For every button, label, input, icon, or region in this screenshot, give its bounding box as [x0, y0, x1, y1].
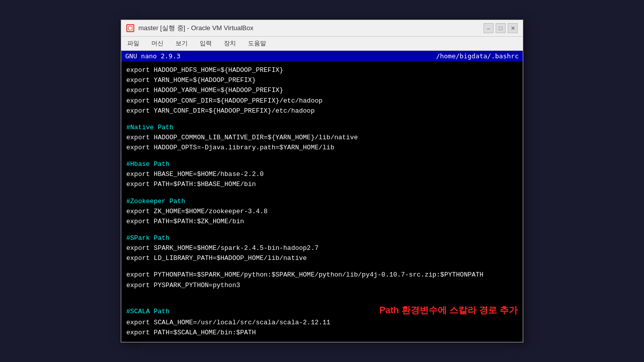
- window-title: master [실행 중] - Oracle VM VirtualBox: [138, 24, 254, 33]
- terminal-comment: #SPark Path: [126, 233, 518, 243]
- terminal-line: export ZK_HOME=$HOME/zookeeper-3.4.8: [126, 207, 518, 217]
- terminal-spacer: [126, 190, 518, 197]
- menu-input[interactable]: 입력: [198, 38, 214, 49]
- line-text: export PATH=$PATH:$ZK_HOME/bin: [126, 218, 244, 225]
- menu-machine[interactable]: 머신: [149, 38, 166, 49]
- comment-text: #Zookeeper Path: [126, 198, 185, 205]
- terminal-comment: #Hbase Path: [126, 159, 518, 169]
- terminal-line: export SCALA_HOME=/usr/local/src/scala/s…: [126, 318, 518, 328]
- terminal-line: export SPARK_HOME=$HOME/spark-2.4.5-bin-…: [126, 243, 518, 253]
- terminal-spacer: [126, 263, 518, 270]
- terminal-line: export HADOOP_YARN_HOME=${HADOOP_PREFIX}: [126, 85, 518, 96]
- menu-help[interactable]: 도움말: [246, 38, 268, 49]
- minimize-button[interactable]: –: [484, 23, 494, 33]
- close-button[interactable]: ✕: [508, 23, 518, 33]
- terminal-line: export PATH=$PATH:$HBASE_HOME/bin: [126, 179, 518, 190]
- terminal-comment-annotation: #SCALA Path Path 환경변수에 스칼라 경로 추가: [126, 304, 518, 318]
- line-text: export LD_LIBRARY_PATH=$HADOOP_HOME/lib/…: [126, 254, 307, 262]
- terminal-line: export HADOOP_HDFS_HOME=${HADOOP_PREFIX}: [126, 65, 518, 75]
- line-text: export YARN_CONF_DIR=${HADOOP_PREFIX}/et…: [126, 107, 314, 115]
- line-text: export HADOOP_OPTS=-Djava.library.path=$…: [126, 144, 334, 151]
- menu-file[interactable]: 파일: [125, 38, 141, 49]
- terminal-line: export PATH=$SCALA_HOME/bin:$PATH: [126, 328, 518, 338]
- terminal-line: export YARN_CONF_DIR=${HADOOP_PREFIX}/et…: [126, 106, 518, 116]
- line-text: export ZK_HOME=$HOME/zookeeper-3.4.8: [126, 208, 268, 215]
- line-text: export SPARK_HOME=$HOME/spark-2.4.5-bin-…: [126, 244, 318, 252]
- comment-text: #Native Path: [126, 124, 174, 131]
- terminal-line: export LD_LIBRARY_PATH=$HADOOP_HOME/lib/…: [126, 253, 518, 263]
- terminal-spacer: [126, 291, 518, 297]
- line-text: export SCALA_HOME=/usr/local/src/scala/s…: [126, 319, 331, 326]
- menu-view[interactable]: 보기: [174, 38, 190, 49]
- terminal-line: export PATH=$PATH:$ZK_HOME/bin: [126, 217, 518, 227]
- menu-devices[interactable]: 장치: [222, 38, 238, 49]
- scala-comment: #SCALA Path: [126, 307, 170, 317]
- terminal-line: export HADOOP_COMMON_LIB_NATIVE_DIR=${YA…: [126, 133, 518, 143]
- comment-text: #Hbase Path: [126, 160, 170, 168]
- terminal-line: export PYSPARK_PYTHON=python3: [126, 281, 518, 291]
- line-text: export PYSPARK_PYTHON=python3: [126, 282, 240, 289]
- menu-bar: 파일 머신 보기 입력 장치 도움말: [121, 37, 523, 51]
- scala-annotation: Path 환경변수에 스칼라 경로 추가: [379, 304, 518, 318]
- terminal-line: export YARN_HOME=${HADOOP_PREFIX}: [126, 75, 518, 85]
- line-text: export HADOOP_COMMON_LIB_NATIVE_DIR=${YA…: [126, 134, 358, 141]
- window-controls: – □ ✕: [484, 23, 518, 33]
- terminal-spacer: [126, 153, 518, 159]
- terminal-content[interactable]: export HADOOP_HDFS_HOME=${HADOOP_PREFIX}…: [121, 61, 523, 342]
- terminal-line: export HADOOP_CONF_DIR=${HADOOP_PREFIX}/…: [126, 96, 518, 106]
- line-text: export PATH=$SCALA_HOME/bin:$PATH: [126, 329, 256, 336]
- title-bar-left: master [실행 중] - Oracle VM VirtualBox: [126, 24, 254, 33]
- terminal-line: export HBASE_HOME=$HOME/hbase-2.2.0: [126, 169, 518, 179]
- line-text: export HADOOP_CONF_DIR=${HADOOP_PREFIX}/…: [126, 97, 323, 105]
- line-text: export PATH=$PATH:$HBASE_HOME/bin: [126, 180, 256, 188]
- comment-text: #SPark Path: [126, 234, 170, 242]
- nano-version: GNU nano 2.9.3: [125, 52, 181, 60]
- title-bar: master [실행 중] - Oracle VM VirtualBox – □…: [121, 20, 523, 37]
- virtualbox-window: master [실행 중] - Oracle VM VirtualBox – □…: [121, 20, 523, 342]
- line-text: export HADOOP_HDFS_HOME=${HADOOP_PREFIX}: [126, 66, 283, 74]
- line-text: export HADOOP_YARN_HOME=${HADOOP_PREFIX}: [126, 86, 283, 94]
- line-text: export HBASE_HOME=$HOME/hbase-2.2.0: [126, 170, 264, 178]
- terminal-line: export PYTHONPATH=$SPARK_HOME/python:$SP…: [126, 270, 518, 280]
- terminal-comment: #Zookeeper Path: [126, 197, 518, 207]
- maximize-button[interactable]: □: [496, 23, 506, 33]
- terminal-spacer: [126, 116, 518, 123]
- line-text: export PYTHONPATH=$SPARK_HOME/python:$SP…: [126, 271, 484, 279]
- terminal-line: export HADOOP_OPTS=-Djava.library.path=$…: [126, 143, 518, 153]
- terminal-comment: #Native Path: [126, 123, 518, 133]
- svg-rect-1: [129, 27, 132, 30]
- nano-filename: /home/bigdata/.bashrc: [436, 52, 519, 60]
- vbox-icon: [126, 24, 134, 32]
- terminal-spacer: [126, 297, 518, 304]
- line-text: export YARN_HOME=${HADOOP_PREFIX}: [126, 76, 256, 84]
- terminal-spacer: [126, 227, 518, 233]
- nano-header: GNU nano 2.9.3 /home/bigdata/.bashrc: [121, 51, 523, 61]
